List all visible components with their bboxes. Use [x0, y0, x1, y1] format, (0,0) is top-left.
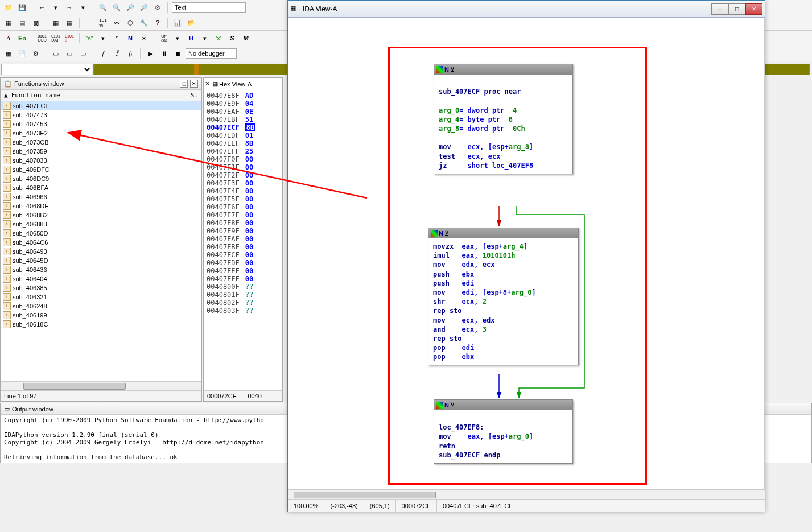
node-n-icon[interactable]: N [444, 402, 449, 409]
hex-row[interactable]: 00407E9F04 [205, 100, 281, 108]
function-item[interactable]: fsub_406DC9 [1, 174, 201, 183]
grid2-icon[interactable]: ▦ [64, 17, 75, 28]
binoculars-icon[interactable]: 🔍 [97, 2, 109, 13]
hex-content[interactable]: 00407E8FAD00407E9F0400407EAF0E00407EBF51… [204, 90, 282, 390]
function-item[interactable]: fsub_407ECF [1, 101, 201, 110]
list-icon[interactable]: ▤ [17, 17, 28, 28]
hex-row[interactable]: 00407FEF00 [205, 267, 281, 275]
win1-icon[interactable]: ▭ [50, 48, 61, 59]
function-item[interactable]: fsub_406883 [1, 220, 201, 229]
hex-row[interactable]: 00407F6F00 [205, 203, 281, 211]
search-input[interactable] [172, 2, 246, 13]
function-item[interactable]: fsub_40650D [1, 229, 201, 238]
tree-icon[interactable]: ⚯ [111, 17, 122, 28]
node-color-icon[interactable] [431, 230, 438, 237]
doc-icon[interactable]: 📄 [17, 48, 28, 59]
graph-node-body[interactable]: N ⊻ movzx eax, [esp+arg_4]imul eax, 1010… [428, 228, 579, 365]
graph-icon[interactable]: ▩ [30, 17, 42, 28]
btn-dat[interactable]: 0101DAT [50, 32, 61, 44]
binoculars3-icon[interactable]: 🔎 [125, 2, 136, 13]
function-item[interactable]: fsub_4073CB [1, 138, 201, 147]
help-icon[interactable]: ? [152, 17, 163, 28]
hex-row[interactable]: 0040803F?? [205, 307, 281, 315]
hex-row[interactable]: 00407FCF00 [205, 251, 281, 259]
function-item[interactable]: fsub_407453 [1, 119, 201, 129]
hash-icon[interactable]: ≡ [84, 17, 95, 28]
nodes-icon[interactable]: ⬡ [125, 17, 136, 28]
node-collapse-icon[interactable]: ⊻ [450, 402, 455, 409]
open-icon[interactable]: 📁 [3, 2, 14, 13]
node-collapse-icon[interactable]: ⊻ [450, 66, 455, 73]
col-s[interactable]: S. [191, 92, 198, 99]
hex-row[interactable]: 0040802F?? [205, 299, 281, 307]
hex-row[interactable]: 00407F5F00 [205, 195, 281, 203]
hscrollbar[interactable] [1, 381, 201, 390]
minimize-button[interactable]: ─ [711, 3, 728, 15]
function-item[interactable]: fsub_4068DF [1, 201, 201, 211]
function-item[interactable]: fsub_406436 [1, 265, 201, 274]
hex-row[interactable]: 00407EAF0E [205, 108, 281, 116]
hex-row[interactable]: 00407FDF00 [205, 259, 281, 267]
btn-fbar[interactable]: f̄ [111, 48, 122, 59]
hex-row[interactable]: 00407F9F00 [205, 227, 281, 235]
tab-close-icon[interactable]: ✕ [205, 80, 210, 88]
forward-icon[interactable]: → [64, 2, 75, 13]
graph-canvas[interactable]: N ⊻ sub_407ECF proc neararg_0= dword ptr… [288, 18, 765, 490]
hex-row[interactable]: 00407E8FAD [205, 92, 281, 100]
binoculars4-icon[interactable]: 🔎 [138, 2, 150, 13]
hex-row[interactable]: 0040801F?? [205, 291, 281, 299]
dropdown-icon[interactable]: ▾ [97, 32, 109, 44]
btn-En[interactable]: En [17, 32, 28, 44]
btn-offdat[interactable]: Offdat [158, 32, 170, 44]
btn-S[interactable]: S [226, 32, 238, 44]
node-n-icon[interactable]: N [444, 66, 449, 73]
btn-H[interactable]: H [186, 32, 197, 44]
function-item[interactable]: fsub_406199 [1, 311, 201, 320]
graph-node-entry[interactable]: N ⊻ sub_407ECF proc neararg_0= dword ptr… [434, 64, 573, 174]
function-item[interactable]: fsub_407473 [1, 110, 201, 119]
btn-s[interactable]: "s" [84, 32, 95, 44]
hex-row[interactable]: 00407FFF00 [205, 275, 281, 283]
pause-icon[interactable]: ⏸ [158, 48, 170, 59]
close-button[interactable]: ✕ [745, 3, 762, 15]
function-item[interactable]: fsub_4068B2 [1, 211, 201, 220]
function-item[interactable]: fsub_406404 [1, 274, 201, 283]
percent-icon[interactable]: 101% [97, 17, 109, 28]
functions-list-header[interactable]: ▲ Function name S. [1, 90, 201, 101]
wrench-icon[interactable]: 🔧 [138, 17, 150, 28]
play-icon[interactable]: ▶ [145, 48, 156, 59]
btn-f[interactable]: f [97, 48, 109, 59]
tool-icon[interactable]: ⚙ [152, 2, 163, 13]
hex-row[interactable]: 00407EEF8B [205, 139, 281, 147]
btn-star[interactable]: * [111, 32, 122, 44]
hex-row[interactable]: 00407FBF00 [205, 243, 281, 251]
save-icon[interactable]: 💾 [17, 2, 28, 13]
hex-row[interactable]: 00407F1F00 [205, 163, 281, 171]
node-collapse-icon[interactable]: ⊻ [444, 230, 449, 237]
hex-row[interactable]: 00407EDF01 [205, 131, 281, 139]
functions-list[interactable]: fsub_407ECFfsub_407473fsub_407453fsub_40… [1, 101, 201, 381]
hex-row[interactable]: 00407F0F00 [205, 155, 281, 163]
function-item[interactable]: fsub_40618C [1, 320, 201, 329]
hex-row[interactable]: 00407EFF25 [205, 147, 281, 155]
dropdown-icon[interactable]: ▾ [172, 32, 183, 44]
node-color-icon[interactable] [436, 66, 443, 73]
dropdown-icon[interactable]: ▾ [50, 2, 61, 13]
graph-hscroll[interactable] [288, 490, 765, 499]
debugger-select[interactable] [186, 48, 237, 59]
hex-row[interactable]: 00407F3F00 [205, 179, 281, 187]
hex-row[interactable]: 00407ECF8B [205, 123, 281, 131]
hex-row[interactable]: 00407F8F00 [205, 219, 281, 227]
function-item[interactable]: fsub_4064C6 [1, 238, 201, 247]
btn-M[interactable]: M [240, 32, 252, 44]
function-item[interactable]: fsub_406BFA [1, 183, 201, 192]
back-icon[interactable]: ← [36, 2, 48, 13]
function-item[interactable]: fsub_406248 [1, 302, 201, 311]
function-item[interactable]: fsub_406966 [1, 192, 201, 201]
hex-row[interactable]: 00407F2F00 [205, 171, 281, 179]
maximize-button[interactable]: ◻ [728, 3, 745, 15]
dropdown-icon[interactable]: ▾ [77, 2, 89, 13]
function-item[interactable]: fsub_407359 [1, 147, 201, 156]
ida-titlebar[interactable]: ▦ IDA View-A ─ ◻ ✕ [288, 1, 765, 18]
win2-icon[interactable]: ▭ [64, 48, 75, 59]
